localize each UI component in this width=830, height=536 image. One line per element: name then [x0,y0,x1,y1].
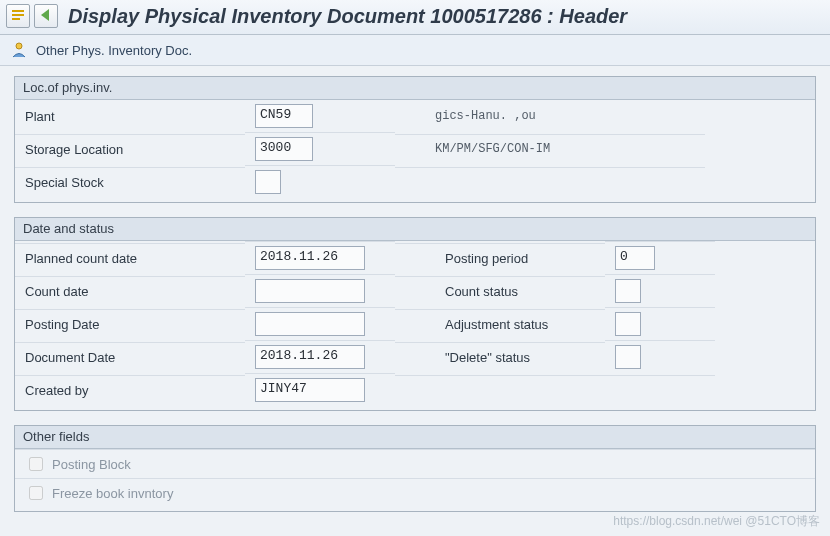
posting-block-row: Posting Block [15,449,815,478]
posting-date-field[interactable] [255,312,365,336]
plant-description: gics-Hanu. ,ou [425,102,705,130]
other-doc-link[interactable]: Other Phys. Inventory Doc. [36,43,192,58]
adjustment-status-label: Adjustment status [435,309,605,338]
sloc-value-cell: 3000 [245,132,395,165]
document-date-field[interactable]: 2018.11.26 [255,345,365,369]
planned-date-label: Planned count date [15,243,245,272]
count-date-label: Count date [15,276,245,305]
group-loc-legend: Loc.of phys.inv. [15,77,815,100]
other-doc-icon [10,41,28,59]
sloc-label: Storage Location [15,134,245,163]
back-button[interactable] [34,4,58,28]
freeze-label: Freeze book invntory [52,486,173,501]
count-date-field[interactable] [255,279,365,303]
special-stock-value-cell [245,165,395,198]
sloc-field[interactable]: 3000 [255,137,313,161]
posting-block-checkbox [29,457,43,471]
app-toolbar: Other Phys. Inventory Doc. [0,35,830,66]
count-status-label: Count status [435,276,605,305]
created-by-label: Created by [15,375,245,404]
posting-period-label: Posting period [435,243,605,272]
watermark: https://blog.csdn.net/wei @51CTO博客 [613,513,820,530]
sloc-description: KM/PM/SFG/CON-IM [425,134,705,163]
planned-date-field[interactable]: 2018.11.26 [255,246,365,270]
posting-date-label: Posting Date [15,309,245,338]
delete-status-field[interactable] [615,345,641,369]
svg-rect-2 [12,18,20,20]
freeze-checkbox [29,486,43,500]
svg-point-4 [16,43,22,49]
posting-block-label: Posting Block [52,457,131,472]
posting-period-field[interactable]: 0 [615,246,655,270]
svg-marker-3 [41,9,49,21]
freeze-row: Freeze book invntory [15,478,815,507]
document-date-label: Document Date [15,342,245,371]
menu-icon [11,8,25,25]
group-loc: Loc.of phys.inv. Plant CN59 gics-Hanu. ,… [14,76,816,203]
group-other-legend: Other fields [15,426,815,449]
group-date-status-legend: Date and status [15,218,815,241]
svg-rect-0 [12,10,24,12]
menu-button[interactable] [6,4,30,28]
back-icon [41,9,51,24]
page-title: Display Physical Inventory Document 1000… [68,5,627,28]
created-by-field[interactable]: JINY47 [255,378,365,402]
count-status-field[interactable] [615,279,641,303]
special-stock-field[interactable] [255,170,281,194]
title-bar: Display Physical Inventory Document 1000… [0,0,830,35]
special-stock-label: Special Stock [15,167,245,196]
svg-rect-1 [12,14,24,16]
adjustment-status-field[interactable] [615,312,641,336]
content-body: Loc.of phys.inv. Plant CN59 gics-Hanu. ,… [0,66,830,512]
plant-field[interactable]: CN59 [255,104,313,128]
group-date-status: Date and status Planned count date 2018.… [14,217,816,411]
plant-label: Plant [15,102,245,130]
group-other: Other fields Posting Block Freeze book i… [14,425,816,512]
delete-status-label: "Delete" status [435,342,605,371]
plant-value-cell: CN59 [245,100,395,132]
